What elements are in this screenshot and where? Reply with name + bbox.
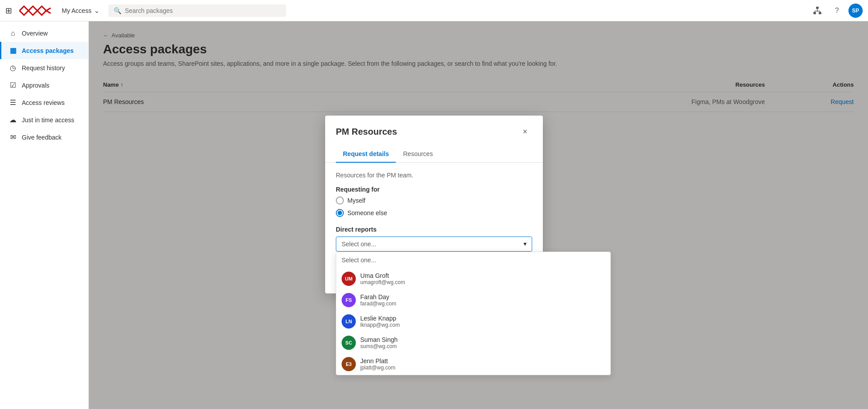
person-email-0: umagroft@wg.com (360, 279, 405, 285)
direct-reports-label: Direct reports (336, 226, 532, 233)
radio-label-someone-else: Someone else (347, 209, 387, 217)
person-email-1: farad@wg.com (360, 301, 396, 307)
tab-request-details[interactable]: Request details (336, 146, 396, 163)
dropdown-person-2[interactable]: LN Leslie Knapp lknapp@wg.com (336, 311, 610, 332)
person-name-2: Leslie Knapp (360, 315, 400, 322)
person-avatar-3: SC (342, 336, 356, 350)
radio-group: Myself Someone else (336, 196, 532, 217)
dropdown-person-0[interactable]: UM Uma Groft umagroft@wg.com (336, 268, 610, 289)
modal-backdrop: PM Resources × Request details Resources… (0, 0, 868, 409)
modal: PM Resources × Request details Resources… (325, 116, 543, 293)
dropdown-list-placeholder[interactable]: Select one... (336, 252, 610, 268)
person-avatar-4: E3 (342, 357, 356, 371)
person-avatar-1: FS (342, 293, 356, 307)
modal-header: PM Resources × (325, 116, 543, 139)
person-name-0: Uma Groft (360, 272, 405, 279)
person-name-3: Suman Singh (360, 336, 398, 343)
dropdown-person-4[interactable]: E3 Jenn Platt jplatt@wg.com (336, 353, 610, 375)
modal-body: Resources for the PM team. Requesting fo… (325, 163, 543, 269)
dropdown-placeholder: Select one... (342, 241, 376, 248)
modal-title: PM Resources (336, 127, 397, 137)
radio-label-myself: Myself (347, 197, 365, 204)
radio-someone-else[interactable]: Someone else (336, 209, 532, 217)
radio-input-someone-else[interactable] (336, 209, 344, 217)
dropdown-list: Select one... UM Uma Groft umagroft@wg.c… (336, 252, 611, 375)
tab-resources[interactable]: Resources (396, 146, 440, 163)
modal-close-button[interactable]: × (518, 124, 532, 139)
person-email-4: jplatt@wg.com (360, 365, 395, 371)
dropdown-wrapper: Select one... ▼ Select one... UM Uma Gro… (336, 237, 532, 252)
radio-myself[interactable]: Myself (336, 196, 532, 204)
person-email-3: sums@wg.com (360, 343, 398, 349)
requesting-for-label: Requesting for (336, 186, 532, 193)
person-name-1: Farah Day (360, 293, 396, 301)
person-name-4: Jenn Platt (360, 357, 395, 365)
modal-description: Resources for the PM team. (336, 172, 532, 179)
person-avatar-2: LN (342, 314, 356, 329)
dropdown-person-3[interactable]: SC Suman Singh sums@wg.com (336, 332, 610, 353)
person-email-2: lknapp@wg.com (360, 322, 400, 328)
modal-tabs: Request details Resources (325, 146, 543, 163)
person-avatar-0: UM (342, 272, 356, 286)
dropdown-select[interactable]: Select one... (336, 237, 532, 252)
radio-input-myself[interactable] (336, 196, 344, 204)
dropdown-person-1[interactable]: FS Farah Day farad@wg.com (336, 289, 610, 311)
